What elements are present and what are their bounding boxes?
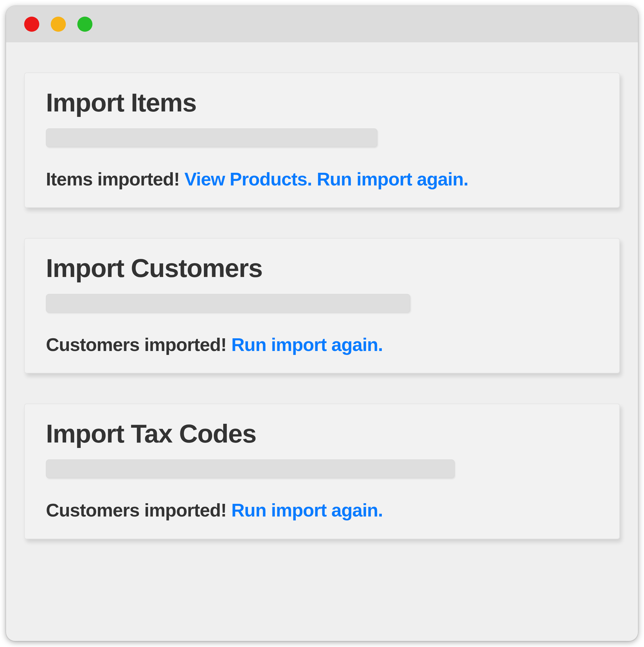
card-title: Import Customers xyxy=(46,253,598,283)
status-text: Items imported! xyxy=(46,169,180,190)
view-products-link[interactable]: View Products. xyxy=(185,169,312,190)
status-row: Items imported! View Products. Run impor… xyxy=(46,168,598,190)
status-row: Customers imported! Run import again. xyxy=(46,499,598,521)
card-title: Import Items xyxy=(46,88,598,118)
status-text: Customers imported! xyxy=(46,334,226,355)
run-import-again-link[interactable]: Run import again. xyxy=(231,334,383,355)
card-title: Import Tax Codes xyxy=(46,419,598,448)
close-icon[interactable] xyxy=(24,17,39,32)
minimize-icon[interactable] xyxy=(51,17,66,32)
app-window: Import Items Items imported! View Produc… xyxy=(6,6,638,641)
window-titlebar xyxy=(6,6,638,42)
import-tax-codes-card: Import Tax Codes Customers imported! Run… xyxy=(24,404,620,539)
maximize-icon[interactable] xyxy=(77,17,92,32)
window-content: Import Items Items imported! View Produc… xyxy=(6,42,638,587)
import-items-card: Import Items Items imported! View Produc… xyxy=(24,72,620,208)
run-import-again-link[interactable]: Run import again. xyxy=(231,500,383,520)
status-text: Customers imported! xyxy=(46,500,226,520)
progress-bar xyxy=(46,294,410,313)
status-row: Customers imported! Run import again. xyxy=(46,334,598,356)
import-customers-card: Import Customers Customers imported! Run… xyxy=(24,238,620,373)
progress-bar xyxy=(46,459,454,478)
progress-bar xyxy=(46,128,377,147)
run-import-again-link[interactable]: Run import again. xyxy=(317,169,469,190)
